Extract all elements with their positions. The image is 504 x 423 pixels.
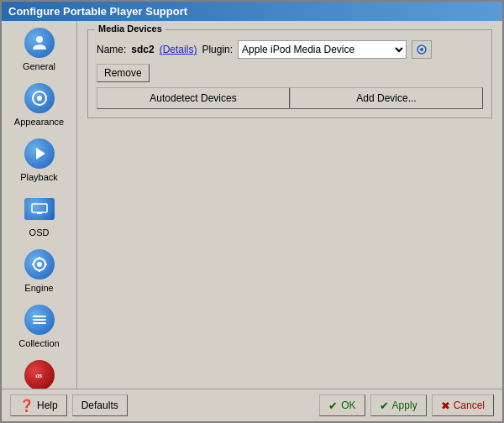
sidebar-label-playback: Playback [20,172,58,182]
remove-button[interactable]: Remove [97,64,150,82]
plugin-label: Plugin: [202,44,233,55]
sidebar-label-general: General [23,61,55,71]
sidebar-item-lastfm[interactable]: as last.fm [2,353,76,389]
svg-rect-5 [37,212,42,214]
svg-point-2 [37,96,42,101]
autodetect-button[interactable]: Autodetect Devices [97,87,290,109]
help-icon: ❓ [19,399,34,412]
cancel-label: Cancel [454,400,485,411]
collection-icon [23,303,56,337]
content-spacer [87,125,492,380]
main-window: Configure Portable Player Support Genera… [0,0,504,423]
osd-icon [23,192,56,226]
engine-icon [23,248,56,281]
bottom-right-buttons: ✔ OK ✔ Apply ✖ Cancel [319,394,494,416]
ok-label: OK [341,400,355,411]
sidebar: General Appearance [2,21,77,389]
main-panel: Media Devices Name: sdc2 (Details) Plugi… [77,21,502,389]
sidebar-item-engine[interactable]: Engine [2,243,76,298]
plugin-select[interactable]: Apple iPod Media Device iRiver iFP Media… [238,40,407,59]
svg-rect-14 [33,322,46,324]
content-area: General Appearance [2,21,502,389]
defaults-label: Defaults [81,400,118,411]
help-button[interactable]: ❓ Help [10,394,67,416]
sidebar-item-appearance[interactable]: Appearance [2,76,76,132]
svg-point-0 [36,36,43,43]
ok-check-icon: ✔ [328,400,338,412]
lastfm-icon: as [23,358,56,389]
sidebar-item-playback[interactable]: Playback [2,132,76,187]
svg-point-7 [37,262,42,267]
details-link[interactable]: (Details) [160,44,197,55]
general-icon [23,26,56,60]
bottom-bar: ❓ Help Defaults ✔ OK ✔ Apply ✖ Cancel [2,389,502,421]
playback-icon [23,137,56,170]
device-name-value: sdc2 [131,44,154,55]
cancel-button[interactable]: ✖ Cancel [432,394,494,416]
appearance-icon [23,81,56,115]
sidebar-label-collection: Collection [18,338,59,348]
action-buttons-row: Autodetect Devices Add Device... [97,87,483,109]
sidebar-label-osd: OSD [29,227,50,238]
help-label: Help [37,400,58,411]
sidebar-item-collection[interactable]: Collection [2,298,76,353]
ok-button[interactable]: ✔ OK [319,394,365,416]
device-row: Name: sdc2 (Details) Plugin: Apple iPod … [97,40,483,82]
svg-rect-12 [33,316,46,317]
add-device-button[interactable]: Add Device... [290,87,483,109]
apply-label: Apply [392,400,417,411]
title-bar: Configure Portable Player Support [2,2,502,21]
apply-button[interactable]: ✔ Apply [370,394,427,416]
sidebar-label-engine: Engine [24,283,53,293]
window-title: Configure Portable Player Support [8,5,187,18]
plugin-settings-button[interactable] [412,40,432,59]
sidebar-label-appearance: Appearance [14,117,64,127]
media-devices-group: Media Devices Name: sdc2 (Details) Plugi… [87,29,492,118]
apply-check-icon: ✔ [380,400,389,412]
svg-rect-13 [33,319,46,321]
svg-rect-4 [32,204,47,212]
svg-point-19 [420,48,423,51]
sidebar-item-general[interactable]: General [2,21,76,76]
defaults-button[interactable]: Defaults [72,394,128,416]
svg-marker-3 [36,148,45,159]
sidebar-item-osd[interactable]: OSD [2,187,76,243]
cancel-x-icon: ✖ [441,400,450,412]
group-box-legend: Media Devices [95,24,165,34]
name-label: Name: [97,44,126,55]
